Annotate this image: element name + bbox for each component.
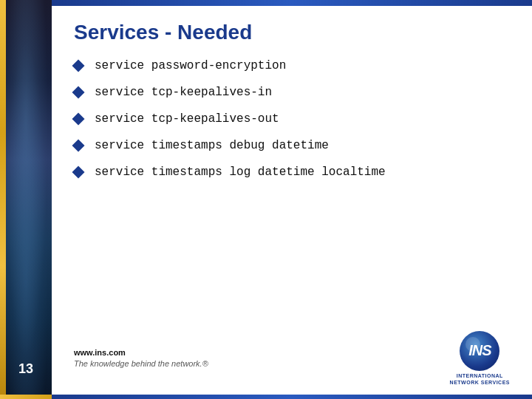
list-item: service timestamps log datetime localtim…	[74, 166, 510, 179]
main-content: Services - Needed service password-encry…	[52, 0, 532, 399]
bullet-icon	[72, 166, 85, 179]
item-text: service password-encryption	[95, 59, 286, 72]
content-area: Services - Needed service password-encry…	[52, 6, 532, 325]
bullet-icon	[72, 113, 85, 126]
footer-text: www.ins.com The knowledge behind the net…	[74, 347, 208, 370]
bullet-icon	[72, 140, 85, 152]
bottom-stripe	[52, 395, 532, 399]
page-title: Services - Needed	[74, 21, 510, 44]
sidebar-overlay	[0, 0, 52, 399]
list-item: service tcp-keepalives-in	[74, 86, 510, 99]
bottom-bar: www.ins.com The knowledge behind the net…	[52, 325, 532, 395]
bullet-list: service password-encryptionservice tcp-k…	[74, 59, 510, 179]
bullet-icon	[72, 60, 85, 72]
ins-logo-label: INTERNATIONAL NETWORK SERVICES	[450, 372, 510, 386]
top-bar	[52, 0, 532, 6]
sidebar-bottom-gold	[0, 395, 52, 399]
ins-logo-circle: INS	[460, 331, 499, 371]
ins-logo: INS INTERNATIONAL NETWORK SERVICES	[450, 331, 510, 386]
item-text: service tcp-keepalives-out	[95, 112, 279, 126]
ins-logo-text: INS	[468, 342, 491, 359]
list-item: service password-encryption	[74, 59, 510, 72]
item-text: service timestamps debug datetime	[95, 139, 329, 152]
slide-number: 13	[0, 361, 52, 377]
item-text: service tcp-keepalives-in	[95, 86, 272, 99]
sidebar: 13	[0, 0, 52, 399]
list-item: service tcp-keepalives-out	[74, 112, 510, 126]
bullet-icon	[72, 86, 85, 99]
list-item: service timestamps debug datetime	[74, 139, 510, 152]
footer-url: www.ins.com	[74, 347, 208, 358]
item-text: service timestamps log datetime localtim…	[95, 166, 386, 179]
footer-tagline: The knowledge behind the network.®	[74, 358, 208, 369]
